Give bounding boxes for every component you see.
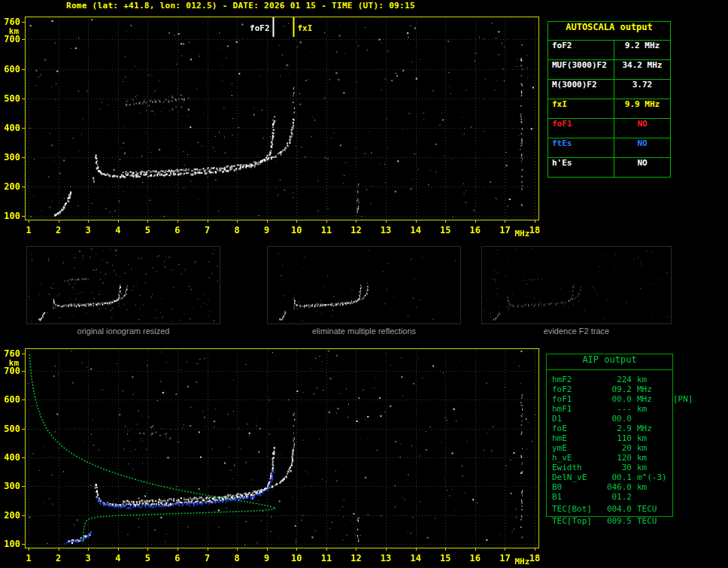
aip-param-unit: TECU	[632, 504, 669, 514]
autoscala-param-value: 9.9 MHz	[614, 99, 670, 118]
autoscala-row-muf3000f2: MUF(3000)F234.2 MHz	[548, 60, 670, 80]
autoscala-param-label: M(3000)F2	[548, 80, 614, 99]
aip-param-extra	[669, 463, 673, 472]
aip-param-label: B1	[552, 492, 603, 502]
aip-output-panel: AIP output hmF2224kmfoF209.2MHzfoF100.0M…	[546, 354, 673, 517]
aip-param-unit: km	[632, 482, 669, 492]
aip-param-extra: [PN]	[669, 394, 693, 404]
aip-param-extra	[669, 504, 673, 514]
thumbnail-caption-original: original ionogram resized	[26, 327, 220, 336]
aip-param-value: 00.1	[603, 472, 632, 482]
autoscala-row-fof1: foF1NO	[548, 119, 670, 138]
aip-param-unit: km	[632, 453, 669, 463]
aip-rows: hmF2224kmfoF209.2MHzfoF100.0MHz[PN]hmF1-…	[547, 370, 672, 516]
aip-row-b1: B101.2	[547, 492, 672, 502]
autoscala-param-label: ftEs	[548, 138, 614, 157]
aip-param-extra	[669, 404, 673, 414]
aip-param-value: 30	[603, 463, 632, 472]
aip-param-extra	[669, 384, 673, 394]
aip-param-value: 120	[603, 453, 632, 463]
aip-param-label: Ewidth	[552, 463, 603, 472]
aip-param-extra	[669, 482, 673, 492]
aip-param-unit	[632, 414, 669, 424]
aip-param-label: B0	[552, 482, 603, 492]
aip-param-label: hmE	[552, 433, 603, 443]
aip-param-value: 09.2	[603, 384, 632, 394]
aip-param-label: hmF2	[552, 375, 603, 384]
aip-param-value: 009.5	[603, 516, 632, 526]
aip-param-label: D1	[552, 414, 603, 424]
autoscala-param-label: h'Es	[548, 158, 614, 177]
aip-param-label: foF2	[552, 384, 603, 394]
aip-param-extra	[669, 516, 673, 526]
aip-param-label: ymE	[552, 443, 603, 453]
aip-row-hmf2: hmF2224km	[547, 375, 672, 384]
aip-param-extra	[669, 492, 673, 502]
aip-row-fof2: foF209.2MHz	[547, 384, 672, 394]
aip-param-value: 20	[603, 443, 632, 453]
aip-param-extra	[669, 443, 673, 453]
thumbnail-eliminate-reflections-image	[267, 246, 461, 324]
autoscala-rows: foF29.2 MHzMUF(3000)F234.2 MHzM(3000)F23…	[548, 41, 670, 177]
autoscala-row-fxi: fxI9.9 MHz	[548, 99, 670, 119]
aip-param-unit	[632, 492, 669, 502]
aip-row-hme: hmE110km	[547, 433, 672, 443]
thumbnail-caption-eliminate: eliminate multiple reflections	[267, 327, 461, 336]
aip-param-unit: km	[632, 404, 669, 414]
aip-param-extra	[669, 472, 673, 482]
aip-row-yme: ymE20km	[547, 443, 672, 453]
autoscala-param-label: foF2	[548, 41, 614, 59]
aip-row-fof1: foF100.0MHz[PN]	[547, 394, 672, 404]
aip-row-tec-top-: TEC[Top]009.5TECU	[547, 516, 672, 526]
aip-param-value: 110	[603, 433, 632, 443]
aip-param-extra	[669, 453, 673, 463]
aip-row-foe: foE2.9MHz	[547, 424, 672, 433]
aip-panel-title: AIP output	[547, 354, 672, 370]
autoscala-app: Rome (lat: +41.8, lon: 012.5) - DATE: 20…	[0, 0, 728, 568]
aip-param-label: foF1	[552, 394, 603, 404]
aip-param-unit: MHz	[632, 424, 669, 433]
thumbnail-caption-evidence: evidence F2 trace	[481, 327, 672, 336]
aip-param-label: DelN_vE	[552, 472, 603, 482]
aip-param-extra	[669, 433, 673, 443]
autoscala-param-value: NO	[614, 119, 670, 138]
aip-row-b0: B0046.0km	[547, 482, 672, 492]
aip-param-value: 01.2	[603, 492, 632, 502]
top-ionogram-chart	[0, 11, 549, 241]
aip-row-deln-ve: DelN_vE00.1m^(-3)	[547, 472, 672, 482]
aip-param-extra	[669, 375, 673, 384]
aip-param-unit: km	[632, 375, 669, 384]
aip-param-unit: m^(-3)	[632, 472, 669, 482]
autoscala-param-value: NO	[614, 158, 670, 177]
aip-param-unit: km	[632, 433, 669, 443]
aip-row-h-ve: h_vE120km	[547, 453, 672, 463]
aip-row-tec-bot-: TEC[Bot]004.0TECU	[547, 504, 672, 514]
thumbnail-evidence-f2-image	[481, 246, 672, 324]
aip-param-value: ---	[603, 404, 632, 414]
aip-param-extra	[669, 424, 673, 433]
aip-param-label: h_vE	[552, 453, 603, 463]
autoscala-param-value: 34.2 MHz	[614, 60, 670, 79]
thumbnail-original-ionogram: original ionogram resized	[26, 246, 220, 336]
aip-row-hmf1: hmF1---km	[547, 404, 672, 414]
aip-param-extra	[669, 414, 673, 424]
aip-param-value: 00.0	[603, 394, 632, 404]
autoscala-row-m3000f2: M(3000)F23.72	[548, 80, 670, 99]
autoscala-param-value: 9.2 MHz	[614, 41, 670, 59]
aip-param-label: hmF1	[552, 404, 603, 414]
aip-param-value: 224	[603, 375, 632, 384]
aip-param-unit: TECU	[632, 516, 669, 526]
aip-param-label: TEC[Top]	[552, 516, 603, 526]
autoscala-row-fof2: foF29.2 MHz	[548, 41, 670, 60]
aip-param-unit: km	[632, 443, 669, 453]
bottom-ionogram-chart	[0, 342, 549, 568]
autoscala-param-label: foF1	[548, 119, 614, 138]
aip-param-label: TEC[Bot]	[552, 504, 603, 514]
aip-param-unit: km	[632, 463, 669, 472]
aip-row-d1: D100.0	[547, 414, 672, 424]
aip-param-value: 2.9	[603, 424, 632, 433]
autoscala-row-ftes: ftEsNO	[548, 138, 670, 158]
autoscala-param-value: 3.72	[614, 80, 670, 99]
aip-param-value: 046.0	[603, 482, 632, 492]
autoscala-param-label: MUF(3000)F2	[548, 60, 614, 79]
